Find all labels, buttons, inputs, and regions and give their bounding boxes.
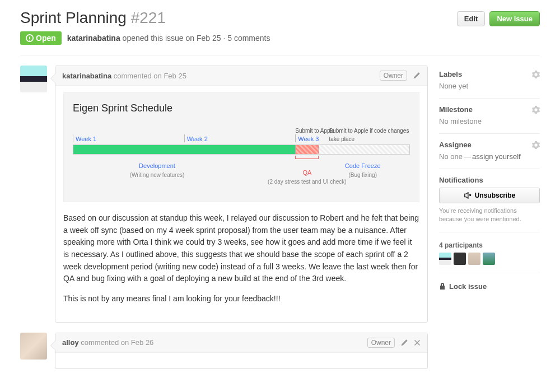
labels-block: Labels None yet bbox=[439, 66, 540, 99]
milestone-value: No milestone bbox=[439, 117, 540, 125]
mute-icon bbox=[464, 192, 472, 199]
meta-sep: · bbox=[223, 34, 225, 43]
participant-avatar[interactable] bbox=[483, 253, 495, 265]
avatar[interactable] bbox=[20, 66, 47, 92]
comment-item: katarinabatina commented on Feb 25 Owner bbox=[20, 66, 428, 323]
participants-block: 4 participants bbox=[439, 235, 540, 273]
assignee-value: No one bbox=[439, 152, 463, 161]
comment-date[interactable]: on Feb 25 bbox=[153, 72, 186, 80]
labels-value: None yet bbox=[439, 82, 540, 90]
week1-label: Week 1 bbox=[73, 134, 184, 142]
comment-author[interactable]: alloy bbox=[62, 338, 79, 347]
sprint-schedule: Eigen Sprint Schedule Submit to Apple Su… bbox=[63, 92, 419, 202]
edit-comment-icon[interactable] bbox=[413, 72, 421, 80]
notifications-block: Notifications Unsubscribe You're receivi… bbox=[439, 171, 540, 232]
new-issue-button[interactable]: New issue bbox=[489, 11, 540, 26]
lock-issue-link[interactable]: Lock issue bbox=[439, 282, 540, 291]
comment-header: alloy commented on Feb 26 Owner bbox=[55, 333, 427, 353]
delete-comment-icon[interactable] bbox=[414, 339, 421, 346]
gear-icon[interactable] bbox=[532, 106, 540, 114]
participants-title: 4 participants bbox=[439, 241, 540, 249]
comment-paragraph: This is not by any means final I am look… bbox=[63, 293, 419, 305]
participant-avatar[interactable] bbox=[439, 253, 451, 265]
week2-label: Week 2 bbox=[184, 134, 296, 142]
freeze-phase-label: Code Freeze bbox=[345, 162, 381, 169]
participant-avatar[interactable] bbox=[468, 253, 480, 265]
avatar[interactable] bbox=[20, 333, 47, 360]
issue-number: #221 bbox=[131, 9, 166, 26]
comment-paragraph: Based on our discussion at standup this … bbox=[63, 212, 419, 285]
qa-bracket bbox=[295, 156, 319, 159]
meta-verb: opened this issue bbox=[123, 34, 184, 43]
schedule-bar bbox=[73, 144, 410, 155]
issue-meta: Open katarinabatina opened this issue on… bbox=[20, 31, 540, 55]
meta-comments: 5 comments bbox=[227, 34, 270, 43]
issue-title-text: Sprint Planning bbox=[20, 9, 127, 26]
owner-badge: Owner bbox=[380, 71, 407, 81]
edit-comment-icon[interactable] bbox=[400, 339, 408, 347]
dev-phase-label: Development bbox=[139, 162, 175, 169]
qa-bar bbox=[295, 145, 319, 154]
owner-badge: Owner bbox=[367, 338, 395, 348]
schedule-title: Eigen Sprint Schedule bbox=[73, 101, 410, 116]
unsubscribe-button[interactable]: Unsubscribe bbox=[439, 188, 540, 203]
labels-title: Labels bbox=[439, 70, 462, 78]
comment-item: alloy commented on Feb 26 Owner bbox=[20, 333, 428, 369]
assign-yourself-link[interactable]: assign yourself bbox=[472, 152, 521, 161]
participant-avatar[interactable] bbox=[454, 253, 466, 265]
notifications-title: Notifications bbox=[439, 176, 540, 184]
issue-author[interactable]: katarinabatina bbox=[67, 34, 120, 43]
notification-note: You're receiving notifications because y… bbox=[439, 207, 540, 224]
freeze-bar bbox=[319, 145, 409, 154]
edit-button[interactable]: Edit bbox=[457, 11, 486, 26]
assignee-title: Assignee bbox=[439, 141, 472, 149]
gear-icon[interactable] bbox=[532, 141, 540, 149]
submit2-label: Submit to Apple if code changes take pla… bbox=[329, 127, 410, 144]
comment-header: katarinabatina commented on Feb 25 Owner bbox=[55, 66, 427, 86]
meta-date: on Feb 25 bbox=[185, 34, 221, 43]
state-badge: Open bbox=[20, 31, 62, 45]
lock-icon bbox=[439, 282, 446, 290]
dev-bar bbox=[73, 145, 295, 154]
lock-block: Lock issue bbox=[439, 276, 540, 298]
comment-author[interactable]: katarinabatina bbox=[62, 72, 111, 80]
issue-open-icon bbox=[26, 34, 34, 42]
milestone-title: Milestone bbox=[439, 105, 473, 114]
issue-title: Sprint Planning #221 bbox=[20, 9, 166, 27]
comment-date[interactable]: on Feb 26 bbox=[121, 338, 154, 347]
gear-icon[interactable] bbox=[532, 71, 540, 78]
assignee-block: Assignee No one—assign yourself bbox=[439, 136, 540, 169]
milestone-block: Milestone No milestone bbox=[439, 101, 540, 134]
qa-phase-label: QA bbox=[302, 169, 311, 176]
state-text: Open bbox=[36, 34, 56, 43]
